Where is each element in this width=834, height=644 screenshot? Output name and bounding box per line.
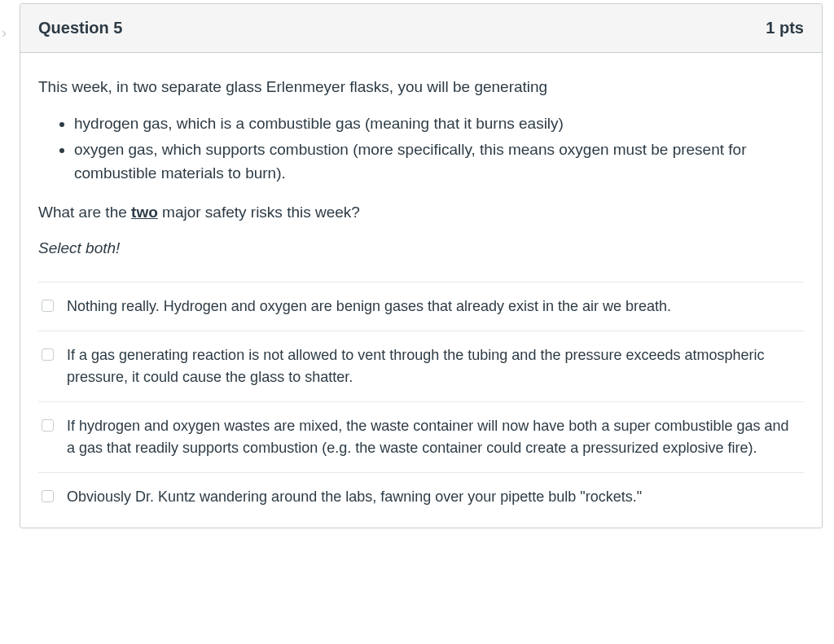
answer-label: If a gas generating reaction is not allo… [67,344,797,388]
prompt-prefix: What are the [38,204,131,221]
prompt-underlined: two [131,204,158,221]
answer-option[interactable]: If a gas generating reaction is not allo… [38,331,804,402]
bullet-item: hydrogen gas, which is a combustible gas… [74,112,804,136]
answers-list: Nothing really. Hydrogen and oxygen are … [38,282,804,521]
answer-checkbox[interactable] [42,419,54,432]
answer-checkbox[interactable] [42,300,54,312]
answer-option[interactable]: Nothing really. Hydrogen and oxygen are … [38,283,804,331]
question-header: Question 5 1 pts [20,4,822,53]
question-intro: This week, in two separate glass Erlenme… [38,76,804,99]
question-bullets: hydrogen gas, which is a combustible gas… [38,112,804,186]
select-hint: Select both! [38,239,804,257]
bullet-item: oxygen gas, which supports combustion (m… [74,138,804,185]
question-prompt: What are the two major safety risks this… [38,201,804,225]
answer-checkbox[interactable] [42,348,54,361]
answer-label: Obviously Dr. Kuntz wandering around the… [67,486,642,508]
question-body: This week, in two separate glass Erlenme… [20,53,822,528]
chevron-right-icon: › [2,24,7,42]
answer-checkbox[interactable] [42,490,54,502]
answer-label: If hydrogen and oxygen wastes are mixed,… [67,415,797,459]
prompt-suffix: major safety risks this week? [158,204,360,221]
question-title: Question 5 [38,19,122,37]
answer-label: Nothing really. Hydrogen and oxygen are … [67,296,671,318]
answer-option[interactable]: Obviously Dr. Kuntz wandering around the… [38,473,804,521]
question-points: 1 pts [766,19,804,37]
answer-option[interactable]: If hydrogen and oxygen wastes are mixed,… [38,402,804,473]
question-card: Question 5 1 pts This week, in two separ… [20,3,823,528]
